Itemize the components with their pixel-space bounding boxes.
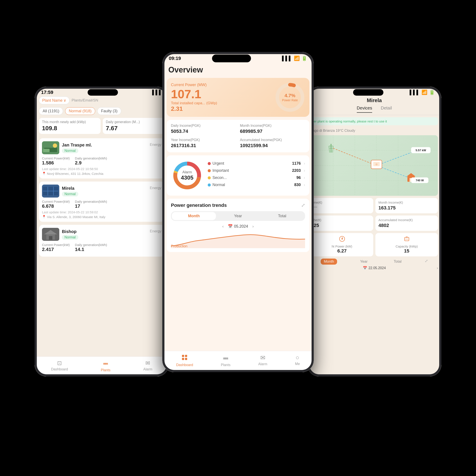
nav-plants[interactable]: Plants (101, 360, 110, 372)
right-chart-tab-total[interactable]: Total (391, 258, 405, 265)
chart-expand-icon[interactable]: ⤢ (425, 258, 428, 265)
plant-1-power-value: 1.586 (42, 160, 70, 166)
income-month-label: Month Income(PGK) (240, 124, 305, 128)
stat-monthly-add: This month newly add (kWp) 109.8 (39, 118, 101, 134)
trends-tab-year[interactable]: Year (216, 212, 260, 220)
right-income-me-value: — (314, 205, 370, 209)
svg-text:740 W: 740 W (416, 179, 424, 182)
trends-tab-total[interactable]: Total (260, 212, 304, 220)
search-placeholder[interactable]: Plants/Email/SN (72, 98, 98, 102)
plant-name-label: Plant Name (42, 98, 63, 103)
plant-3-thumbnail (42, 228, 59, 241)
plant-2-gen-value: 17 (75, 203, 107, 209)
right-income-he-value: 25 (314, 223, 370, 228)
alarm-important[interactable]: Important 2203 › (208, 168, 305, 173)
right-next-button[interactable]: › (437, 266, 438, 270)
alarm-donut: Alarm 4305 (171, 159, 203, 192)
right-tab-devices[interactable]: Devices (357, 106, 372, 113)
right-chart-tabs: Month Year Total ⤢ (307, 258, 441, 266)
trends-card: Power generation trends ⤢ Month Year Tot… (167, 199, 309, 252)
right-capacity-label: Capacity (kWp) (395, 244, 418, 248)
nav-dashboard[interactable]: ⊡ Dashboard (51, 360, 68, 372)
right-income-monthly: me(€) — (311, 198, 373, 213)
plant-list: Jan Traspe ml. Energy Normal Current Pow… (35, 138, 169, 357)
expand-icon[interactable]: ⤢ (301, 203, 305, 208)
plant-1-update: Last update time: 2024-05-22 10:58:50 (42, 167, 161, 171)
center-notch (212, 54, 251, 62)
location-bar: nago di Brianza 19°C Cloudy (307, 127, 441, 134)
right-metric-capacity: Capacity (kWp) 15 (375, 233, 438, 256)
plant-card-1[interactable]: Jan Traspe ml. Energy Normal Current Pow… (39, 138, 164, 178)
income-accumulated-label: Accumulated Income(PGK) (240, 138, 305, 142)
center-nav-dashboard[interactable]: Dashboard (176, 354, 193, 367)
right-metrics-row: ht Power (kW) 6.27 Capacity (kWp) 15 (307, 233, 441, 258)
center-nav-alarm-label: Alarm (258, 362, 267, 366)
alarm-secondary[interactable]: Secon... 96 › (208, 175, 305, 180)
trends-title: Power generation trends (171, 203, 227, 208)
secondary-count: 96 (296, 175, 301, 180)
trends-tab-month[interactable]: Month (172, 212, 216, 220)
filter-faulty[interactable]: Faulty (3) (97, 107, 121, 115)
plant-2-power-value: 6.678 (42, 203, 70, 209)
trends-date: 📅 05.2024 (228, 224, 248, 229)
important-arrow: › (304, 168, 305, 173)
current-power-label: Current Power (MW) (171, 83, 217, 87)
center-nav-plants[interactable]: Plants (221, 354, 230, 367)
alarm-icon: ✉ (145, 360, 150, 367)
income-month: Month Income(PGK) 689985.97 (240, 124, 305, 134)
power-metric-icon (339, 236, 345, 244)
income-accumulated-value: 10921599.94 (240, 143, 305, 148)
next-month-button[interactable]: › (253, 224, 254, 229)
plant-2-power-label: Current Power(kW) (42, 200, 70, 203)
svg-rect-29 (185, 358, 187, 360)
income-accumulated: Accumulated Income(PGK) 10921599.94 (240, 138, 305, 148)
plant-card-2[interactable]: Mirela Energy Normal Current Power(kW) 6… (39, 182, 164, 222)
right-battery-icon: 🔋 (429, 90, 435, 95)
capacity-value: 2.31 (171, 105, 217, 112)
calendar-icon: 📅 (228, 224, 233, 229)
prev-month-button[interactable]: ‹ (222, 224, 223, 229)
right-income-acc-label: Accumulated Income(€) (378, 218, 435, 222)
trends-nav: ‹ 📅 05.2024 › (171, 224, 305, 229)
center-nav-me[interactable]: ○ Me (295, 354, 300, 367)
filter-all[interactable]: All (1191) (39, 107, 63, 115)
right-chart-tab-month[interactable]: Month (321, 258, 337, 265)
alarm-normal[interactable]: Normal 830 › (208, 183, 305, 187)
center-status-icons: ▌▌▌ 📶 🔋 (282, 56, 307, 61)
right-tab-detail[interactable]: Detail (381, 106, 392, 113)
center-time: 09:19 (169, 56, 181, 61)
plant-3-status: Normal (62, 235, 78, 240)
plant-2-status: Normal (62, 192, 78, 196)
production-label: Production (171, 244, 187, 248)
plant-1-address: 📍 Nový Březenec, 431 11 Jirkov, Czechia (42, 171, 161, 175)
income-daily-label: Daily Income(PGK) (171, 124, 236, 128)
plant-3-name: Bishop (62, 229, 77, 234)
plant-1-power-label: Current Power(kW) (42, 156, 70, 160)
center-battery-icon: 🔋 (301, 56, 307, 61)
plant-1-name: Jan Traspe ml. (62, 143, 92, 148)
plant-2-type: Energy (150, 186, 161, 190)
power-rate-label: Power Rate (282, 99, 298, 102)
right-notch (353, 89, 383, 96)
right-status-bar: ▌▌▌ 📶 🔋 (307, 86, 441, 97)
plant-card-3[interactable]: Bishop Energy Normal Current Power(kW) 2… (39, 225, 164, 257)
filter-normal[interactable]: Normal (918) (65, 107, 95, 115)
right-tabs: Devices Detail (307, 106, 441, 115)
center-status-bar: 09:19 ▌▌▌ 📶 🔋 (162, 52, 314, 63)
center-alarm-icon: ✉ (260, 354, 265, 361)
nav-alarm[interactable]: ✉ Alarm (143, 360, 152, 372)
dashboard-icon: ⊡ (57, 360, 62, 367)
nav-plants-label: Plants (101, 368, 110, 372)
plant-3-metrics: Current Power(kW) 2.417 Daily generation… (42, 243, 161, 252)
svg-point-2 (53, 143, 57, 148)
plant-card-3-header: Bishop Energy Normal (42, 228, 161, 241)
right-signal-icon: ▌▌▌ (409, 90, 420, 95)
right-chart-tab-year[interactable]: Year (357, 258, 371, 265)
donut-center: 4.7% Power Rate (275, 82, 305, 113)
signal-icon: ▌▌▌ (152, 90, 162, 95)
plant-2-update: Last update time: 2024-05-22 10:59:02 (42, 210, 161, 214)
plant-name-button[interactable]: Plant Name ∨ (39, 97, 69, 104)
right-income-me-label: me(€) (314, 201, 370, 204)
center-nav-alarm[interactable]: ✉ Alarm (258, 354, 267, 367)
alarm-urgent[interactable]: Urgent 1176 › (208, 161, 305, 166)
